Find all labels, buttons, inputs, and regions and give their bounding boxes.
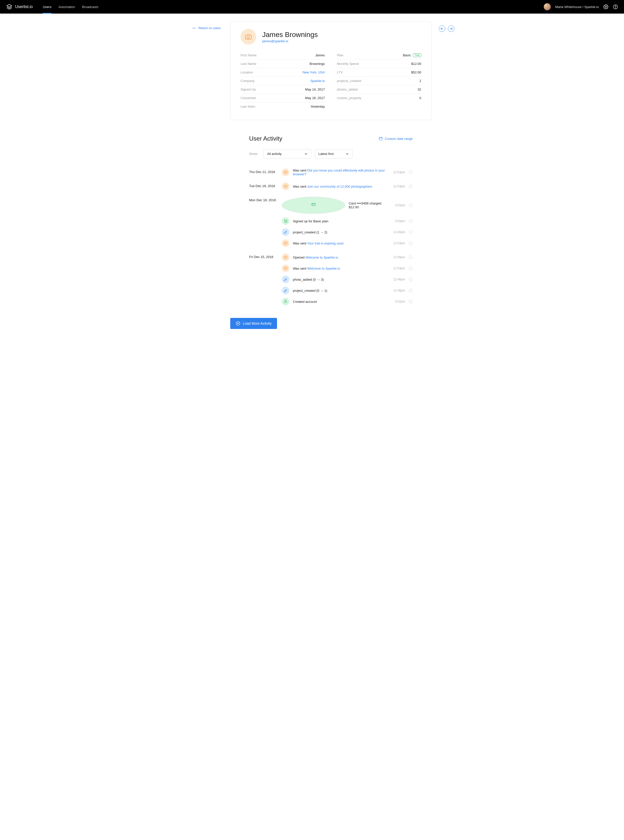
activity-event: Was sent Welcome to Sparkle.io12:53pm xyxy=(282,265,412,272)
info-icon[interactable] xyxy=(409,184,412,188)
detail-projects-created: projects_created2 xyxy=(337,77,421,85)
detail-photos-added: photos_added32 xyxy=(337,85,421,94)
edit-icon xyxy=(282,287,289,294)
return-to-users-link[interactable]: Return to users xyxy=(193,26,221,30)
activity-day-label: Thu Dec 21, 2018 xyxy=(249,168,282,176)
event-text: photo_added (0 → 3) xyxy=(293,277,390,281)
info-icon[interactable] xyxy=(409,170,412,174)
event-time: 3:02pm xyxy=(395,203,405,207)
info-icon[interactable] xyxy=(409,203,412,207)
info-icon[interactable] xyxy=(409,241,412,245)
event-text: Was sent Join our community of 12,000 ph… xyxy=(293,185,390,188)
mail-icon xyxy=(282,183,289,190)
svg-point-0 xyxy=(605,6,607,8)
activity-event: Opened Welcome to Sparkle.io12:59pm xyxy=(282,253,412,261)
camera-icon xyxy=(241,29,256,45)
svg-point-3 xyxy=(247,36,250,39)
select-value: All activity xyxy=(267,152,282,156)
svg-rect-9 xyxy=(312,203,315,205)
user-email-link[interactable]: james@sparkle.io xyxy=(262,39,318,43)
arrow-right-icon xyxy=(449,27,453,30)
stack-icon xyxy=(6,3,12,10)
activity-day-label: Mon Dec 18, 2018 xyxy=(249,197,282,247)
calendar-icon xyxy=(379,137,383,140)
user-profile-card: James Brownings james@sparkle.io First N… xyxy=(230,21,431,120)
detail-signed-up: Signed UpMay 14, 2017 xyxy=(241,85,325,94)
info-icon[interactable] xyxy=(409,266,412,270)
event-time: 12:59pm xyxy=(393,256,405,259)
next-user-button[interactable] xyxy=(448,25,454,32)
event-text: Was sent Welcome to Sparkle.io xyxy=(293,267,390,270)
activity-event: Created account3:02pm xyxy=(282,298,412,305)
info-icon[interactable] xyxy=(409,277,412,281)
trial-badge: Trial xyxy=(413,53,421,57)
event-link[interactable]: Your trial is expiring soon xyxy=(307,242,344,245)
mail-icon xyxy=(282,168,289,176)
info-icon[interactable] xyxy=(409,288,412,293)
info-icon[interactable] xyxy=(409,230,412,234)
show-label: Show xyxy=(249,152,257,156)
nav-broadcasts[interactable]: Broadcasts xyxy=(82,0,98,14)
info-icon[interactable] xyxy=(409,255,412,259)
activity-day-group: Fri Dec 15, 2018Opened Welcome to Sparkl… xyxy=(249,253,412,305)
edit-icon xyxy=(282,228,289,236)
activity-event: Signed up for Basic plan3:02pm xyxy=(282,217,412,225)
nav-users[interactable]: Users xyxy=(43,0,51,14)
event-time: 12:53pm xyxy=(393,185,405,188)
event-link[interactable]: Join our community of 12,000 photographe… xyxy=(307,185,372,188)
edit-icon xyxy=(282,276,289,283)
activity-event: Was sent Did you know you could effectiv… xyxy=(282,168,412,176)
activity-list: Thu Dec 21, 2018Was sent Did you know yo… xyxy=(249,168,412,305)
info-icon[interactable] xyxy=(409,219,412,223)
activity-title: User Activity xyxy=(249,135,282,142)
activity-day-label: Tue Dec 19, 2018 xyxy=(249,183,282,190)
detail-company: CompanySparkle.io xyxy=(241,77,325,85)
mail-icon xyxy=(282,265,289,272)
arrow-left-icon xyxy=(440,27,443,30)
logo[interactable]: Userlist.io xyxy=(6,3,33,10)
detail-location: LocationNew York, USA xyxy=(241,68,325,77)
detail-monthly-spend: Monthly Spend$12.00 xyxy=(337,60,421,68)
activity-day-group: Thu Dec 21, 2018Was sent Did you know yo… xyxy=(249,168,412,176)
nav-automation[interactable]: Automation xyxy=(59,0,75,14)
app-name: Userlist.io xyxy=(15,5,33,9)
activity-order-select[interactable]: Latest first xyxy=(315,149,352,159)
event-text: Was sent Did you know you could effectiv… xyxy=(293,168,390,176)
activity-event: project_created (1 → 2)12:45pm xyxy=(282,228,412,236)
svg-rect-4 xyxy=(379,137,382,140)
plus-circle-icon xyxy=(236,321,240,326)
event-time: 12:53pm xyxy=(393,267,405,270)
event-time: 12:53pm xyxy=(393,171,405,174)
load-more-button[interactable]: Load More Activity xyxy=(230,318,277,329)
event-text: Opened Welcome to Sparkle.io xyxy=(293,256,390,259)
topbar: Userlist.io Users Automation Broadcasts … xyxy=(0,0,624,14)
event-text: Created account xyxy=(293,300,391,304)
activity-day-group: Mon Dec 18, 2018Card ••••3456 charged $1… xyxy=(249,197,412,247)
gear-icon[interactable] xyxy=(603,4,609,9)
info-icon[interactable] xyxy=(409,299,412,304)
svg-point-23 xyxy=(285,300,286,302)
activity-type-select[interactable]: All activity xyxy=(263,149,311,159)
event-link[interactable]: Welcome to Sparkle.io xyxy=(307,267,340,270)
activity-event: Card ••••3456 charged $12.003:02pm xyxy=(282,197,412,214)
activity-day-group: Tue Dec 19, 2018Was sent Join our commun… xyxy=(249,183,412,190)
card-icon xyxy=(282,197,345,214)
user-full-name: James Brownings xyxy=(262,31,318,39)
event-time: 12:45pm xyxy=(393,230,405,234)
event-text: project_created (1 → 2) xyxy=(293,230,390,234)
help-icon[interactable] xyxy=(613,4,618,9)
custom-date-range-link[interactable]: Custom date range xyxy=(379,137,412,140)
prev-user-button[interactable] xyxy=(439,25,445,32)
user-avatar[interactable] xyxy=(544,3,551,10)
date-range-label: Custom date range xyxy=(385,137,412,140)
activity-event: Was sent Your trial is expiring soon12:5… xyxy=(282,239,412,247)
event-time: 3:02pm xyxy=(395,300,405,303)
activity-event: project_created (0 → 1)12:45pm xyxy=(282,287,412,294)
event-text: Card ••••3456 charged $12.00 xyxy=(349,202,391,209)
details-left-column: First NameJames Last NameBrownings Locat… xyxy=(241,51,325,111)
event-link[interactable]: Welcome to Sparkle.io xyxy=(306,256,338,259)
load-more-label: Load More Activity xyxy=(243,321,272,325)
details-right-column: PlanBasicTrial Monthly Spend$12.00 LTV$5… xyxy=(337,51,421,111)
account-name[interactable]: Maria Whitehouse / Sparkle.io xyxy=(555,5,599,9)
event-time: 12:45pm xyxy=(393,289,405,292)
